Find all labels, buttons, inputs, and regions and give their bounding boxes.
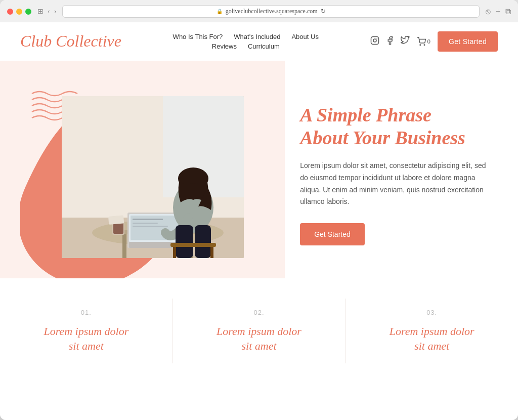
website-content: Club Collective Who Is This For? What's … (0, 22, 518, 420)
feature-2-title: Lorem ipsum dolor sit amet (217, 324, 301, 353)
svg-rect-16 (133, 223, 158, 224)
svg-point-4 (424, 45, 425, 46)
browser-window: ⊞ ‹ › 🔒 goliveclubcollective.squarespace… (0, 0, 518, 420)
facebook-icon[interactable] (385, 36, 395, 47)
nav-reviews[interactable]: Reviews (212, 43, 237, 50)
twitter-icon[interactable] (401, 36, 410, 47)
nav-curriculum[interactable]: Curriculum (248, 43, 280, 50)
cart-count: 0 (427, 37, 431, 46)
svg-rect-10 (122, 234, 126, 258)
hero-left (0, 61, 285, 278)
traffic-lights (7, 9, 31, 15)
site-logo: Club Collective (20, 32, 121, 50)
header-cta-button[interactable]: Get Started (438, 31, 498, 52)
svg-rect-26 (170, 243, 216, 247)
feature-item-2: 02. Lorem ipsum dolor sit amet (173, 299, 346, 363)
hero-body-text: Lorem ipsum dolor sit amet, consectetur … (300, 160, 493, 208)
lock-icon: 🔒 (217, 9, 223, 14)
browser-controls: ⊞ ‹ › (37, 7, 56, 16)
sidebar-toggle-icon[interactable]: ⊞ (37, 7, 44, 16)
site-nav: Who Is This For? What's Included About U… (173, 33, 319, 50)
feature-1-number: 01. (81, 309, 92, 316)
nav-who-is-this-for[interactable]: Who Is This For? (173, 33, 223, 40)
hero-cta-button[interactable]: Get Started (300, 223, 365, 245)
hero-image (62, 96, 244, 258)
svg-rect-0 (371, 37, 378, 45)
feature-3-title: Lorem ipsum dolor sit amet (390, 324, 474, 353)
browser-actions: ⎋ + ⧉ (486, 7, 511, 16)
feature-1-title: Lorem ipsum dolor sit amet (44, 324, 128, 353)
nav-about-us[interactable]: About Us (291, 33, 318, 40)
svg-rect-15 (133, 219, 163, 220)
svg-rect-27 (173, 247, 176, 258)
svg-rect-29 (108, 215, 124, 225)
site-header: Club Collective Who Is This For? What's … (0, 22, 518, 61)
feature-3-number: 03. (426, 309, 437, 316)
feature-item-3: 03. Lorem ipsum dolor sit amet (346, 299, 518, 363)
forward-icon[interactable]: › (54, 8, 57, 16)
svg-point-3 (420, 45, 421, 46)
back-icon[interactable]: ‹ (48, 8, 50, 16)
social-icons (370, 36, 410, 47)
svg-point-1 (373, 39, 376, 42)
share-icon[interactable]: ⎋ (486, 7, 491, 16)
close-button[interactable] (7, 9, 13, 15)
header-right: 0 Get Started (370, 31, 498, 52)
nav-row-1: Who Is This For? What's Included About U… (173, 33, 319, 40)
svg-rect-20 (113, 223, 123, 234)
svg-rect-17 (133, 226, 168, 227)
refresh-icon[interactable]: ↻ (321, 8, 326, 15)
minimize-button[interactable] (16, 9, 22, 15)
svg-rect-28 (210, 247, 213, 258)
browser-chrome: ⊞ ‹ › 🔒 goliveclubcollective.squarespace… (0, 0, 518, 22)
hero-headline: A Simple Phrase About Your Business (300, 104, 493, 150)
url-text: goliveclubcollective.squarespace.com (226, 8, 318, 15)
new-tab-icon[interactable]: + (496, 7, 500, 16)
hero-right: A Simple Phrase About Your Business Lore… (285, 61, 518, 278)
maximize-button[interactable] (25, 9, 31, 15)
svg-point-2 (376, 38, 377, 39)
address-bar[interactable]: 🔒 goliveclubcollective.squarespace.com ↻ (62, 5, 480, 18)
svg-rect-24 (176, 225, 193, 258)
feature-2-number: 02. (253, 309, 264, 316)
windows-icon[interactable]: ⧉ (505, 7, 511, 16)
hero-section: A Simple Phrase About Your Business Lore… (0, 61, 518, 278)
features-section: 01. Lorem ipsum dolor sit amet 02. Lorem… (0, 278, 518, 379)
cart-icon[interactable]: 0 (417, 37, 431, 46)
svg-rect-25 (195, 225, 211, 258)
hero-image-container (62, 96, 244, 258)
nav-row-2: Reviews Curriculum (212, 43, 280, 50)
nav-whats-included[interactable]: What's Included (234, 33, 280, 40)
feature-item-1: 01. Lorem ipsum dolor sit amet (0, 299, 173, 363)
instagram-icon[interactable] (370, 36, 379, 47)
